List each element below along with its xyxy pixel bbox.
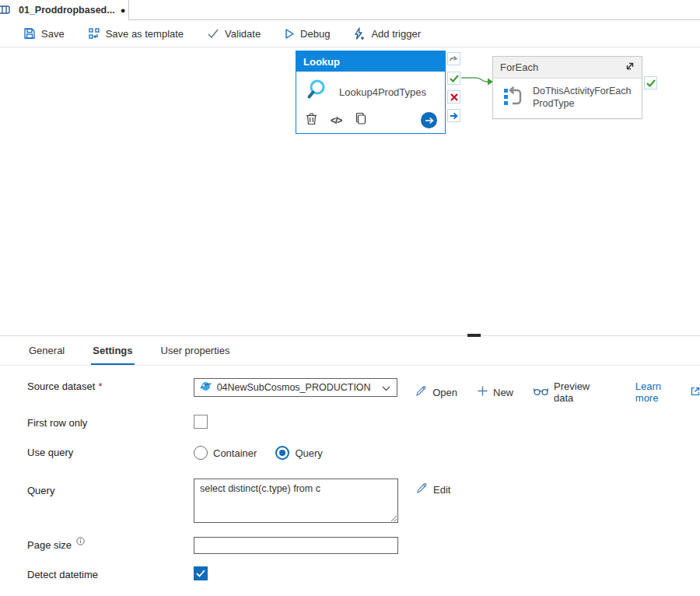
lightning-plus-icon (353, 27, 366, 40)
info-icon (76, 536, 85, 548)
foreach-activity-node[interactable]: ForEach DoThisActivityForEachProdType (492, 56, 642, 119)
document-tab-bar: 01_Proddropbased... ● (0, 0, 700, 20)
dataset-actions: Open New (415, 378, 700, 404)
validate-label: Validate (225, 28, 261, 40)
use-query-row: Use query Container Query (27, 444, 700, 460)
source-dataset-label: Source dataset * (27, 378, 194, 392)
lookup-type-label: Lookup (303, 56, 340, 68)
learn-more-link[interactable]: Learn more (635, 380, 700, 404)
new-dataset-button[interactable]: New (478, 386, 513, 398)
page-size-label: Page size (27, 537, 194, 551)
detect-datetime-label: Detect datetime (27, 566, 194, 580)
save-button[interactable]: Save (23, 27, 65, 40)
save-label: Save (41, 28, 65, 40)
foreach-node-header[interactable]: ForEach (493, 57, 642, 79)
tab-title: 01_Proddropbased... (19, 5, 115, 16)
first-row-only-checkbox[interactable] (194, 415, 208, 429)
settings-form: Source dataset * 04NewSubCosmos_PRODUCTI… (0, 366, 700, 596)
config-tabs: General Settings User properties (0, 336, 700, 366)
pipeline-tab[interactable]: 01_Proddropbased... ● (0, 0, 129, 20)
edit-query-button[interactable]: Edit (416, 482, 450, 496)
lookup-magnifier-icon (306, 78, 331, 106)
save-icon (23, 27, 36, 40)
panel-resize-handle[interactable] (467, 334, 481, 337)
port-success-icon[interactable] (447, 72, 460, 85)
save-as-template-label: Save as template (106, 28, 184, 40)
add-trigger-label: Add trigger (371, 28, 421, 40)
external-link-icon (691, 387, 700, 398)
save-as-template-icon (88, 27, 100, 40)
radio-query-circle[interactable] (275, 446, 289, 460)
lookup-node-actions: </> (296, 109, 445, 128)
tabbar-underline (129, 19, 700, 20)
add-trigger-button[interactable]: Add trigger (353, 27, 421, 40)
foreach-loop-icon (503, 86, 523, 110)
source-dataset-dropdown[interactable]: 04NewSubCosmos_PRODUCTION (194, 378, 398, 397)
source-dataset-value: 04NewSubCosmos_PRODUCTION (217, 382, 377, 393)
chevron-down-icon (382, 380, 390, 394)
foreach-port-success-icon[interactable] (644, 76, 657, 89)
activity-config-panel: General Settings User properties Source … (0, 335, 700, 596)
use-query-label: Use query (27, 444, 194, 458)
pencil-icon (415, 385, 427, 399)
use-query-options: Container Query (194, 444, 323, 460)
required-asterisk: * (98, 380, 102, 392)
lookup-node-body: Lookup4ProdTypes (296, 72, 445, 109)
play-icon (284, 28, 295, 40)
unsaved-changes-indicator: ● (121, 6, 126, 15)
query-textarea[interactable]: select distinct(c.type) from c (194, 479, 398, 523)
preview-data-button[interactable]: Preview data (534, 380, 612, 404)
debug-button[interactable]: Debug (284, 28, 330, 40)
query-row: Query select distinct(c.type) from c Edi… (27, 479, 700, 523)
port-completion-icon[interactable] (447, 109, 460, 122)
detect-datetime-checkbox[interactable] (194, 566, 208, 580)
tab-settings[interactable]: Settings (91, 337, 134, 365)
glasses-icon (534, 387, 548, 398)
validate-button[interactable]: Validate (207, 28, 261, 40)
query-actions: Edit (416, 479, 450, 496)
foreach-node-body: DoThisActivityForEachProdType (493, 79, 642, 110)
cosmosdb-dataset-icon (200, 380, 212, 395)
pipeline-canvas[interactable]: Lookup Lookup4ProdTypes </> (0, 47, 700, 335)
lookup-activity-node[interactable]: Lookup Lookup4ProdTypes </> (296, 51, 446, 134)
navigate-arrow-button[interactable] (421, 112, 437, 128)
query-label: Query (27, 479, 194, 496)
source-dataset-row: Source dataset * 04NewSubCosmos_PRODUCTI… (27, 378, 700, 404)
pipeline-toolbar: Save Save as template Validate Debug (0, 20, 700, 47)
save-as-template-button[interactable]: Save as template (88, 27, 184, 40)
first-row-only-label: First row only (27, 415, 194, 429)
foreach-type-label: ForEach (500, 61, 538, 73)
plus-icon (478, 386, 488, 398)
lookup-activity-name: Lookup4ProdTypes (339, 86, 426, 98)
expand-icon[interactable] (625, 61, 635, 74)
lookup-node-header[interactable]: Lookup (296, 51, 445, 72)
page-size-row: Page size (27, 537, 700, 554)
port-failure-icon[interactable] (447, 90, 460, 103)
detect-datetime-row: Detect datetime (27, 566, 700, 580)
radio-query[interactable]: Query (275, 446, 322, 460)
debug-label: Debug (300, 28, 330, 40)
page-size-input[interactable] (194, 537, 398, 554)
delete-icon[interactable] (306, 112, 317, 128)
radio-container-circle[interactable] (194, 446, 208, 460)
port-skipped-icon[interactable] (447, 52, 460, 65)
first-row-only-row: First row only (27, 415, 700, 429)
radio-container[interactable]: Container (194, 446, 257, 460)
checkmark-icon (207, 28, 219, 39)
clone-icon[interactable] (355, 112, 367, 128)
pipeline-icon (0, 4, 11, 19)
pencil-icon (416, 482, 428, 496)
tab-user-properties[interactable]: User properties (159, 337, 232, 365)
tab-general[interactable]: General (27, 337, 66, 365)
code-icon[interactable]: </> (331, 115, 341, 126)
foreach-activity-name: DoThisActivityForEachProdType (533, 86, 634, 110)
open-dataset-button[interactable]: Open (415, 385, 457, 399)
